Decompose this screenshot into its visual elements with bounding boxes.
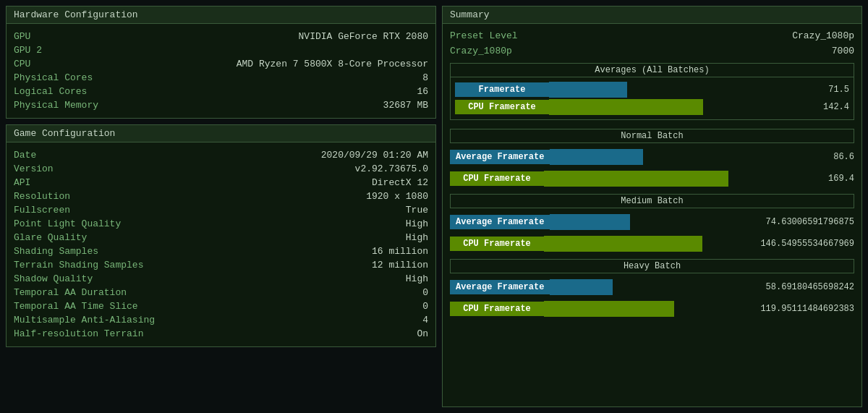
row-label: Physical Memory (14, 100, 98, 111)
row-value: NVIDIA GeForce RTX 2080 (299, 31, 428, 42)
normal-avg-bar-label: Average Framerate (450, 150, 550, 164)
framerate-bar-value: 71.5 (828, 85, 849, 95)
cpu-framerate-bar-label: CPU Framerate (455, 100, 549, 114)
medium-cpu-bar-value: 146.54955534667969 (760, 239, 854, 249)
crazy-value: 7000 (832, 46, 854, 56)
row-value: 16 (417, 86, 428, 97)
summary-section: Summary Preset Level Crazy_1080p Crazy_1… (442, 6, 862, 407)
hardware-row: GPU 2 (14, 43, 428, 57)
summary-content: Preset Level Crazy_1080p Crazy_1080p 700… (443, 24, 861, 324)
summary-title: Summary (450, 9, 490, 20)
crazy-row: Crazy_1080p 7000 (450, 45, 854, 57)
game-content: Date2020/09/29 01:20 AMVersionv2.92.7367… (7, 142, 435, 346)
game-row: Multisample Anti-Aliasing4 (14, 313, 428, 327)
normal-batch-title: Normal Batch (450, 129, 854, 143)
row-label: Shadow Quality (14, 273, 93, 284)
averages-title: Averages (All Batches) (451, 64, 854, 77)
game-row: Resolution1920 x 1080 (14, 190, 428, 203)
cpu-framerate-bar-container: CPU Framerate (455, 99, 819, 115)
row-label: Resolution (14, 191, 70, 202)
normal-cpu-bar-value: 169.4 (828, 174, 854, 184)
game-row: FullscreenTrue (14, 203, 428, 217)
normal-avg-bar-value: 86.6 (833, 152, 854, 162)
row-value: 16 million (372, 246, 428, 257)
cpu-framerate-bar-fill (549, 99, 703, 115)
row-value: High (406, 273, 428, 284)
medium-avg-bar-row: Average Framerate 74.63006591796875 (450, 214, 854, 230)
heavy-cpu-bar-container: CPU Framerate (450, 301, 756, 317)
medium-avg-bar-fill (550, 214, 630, 230)
row-label: Shading Samples (14, 246, 98, 257)
medium-avg-bar-container: Average Framerate (450, 214, 762, 230)
row-value: AMD Ryzen 7 5800X 8-Core Processor (237, 59, 428, 69)
medium-avg-bar-label: Average Framerate (450, 215, 550, 229)
crazy-label: Crazy_1080p (450, 46, 512, 56)
row-label: Terrain Shading Samples (14, 260, 143, 271)
heavy-cpu-bar-row: CPU Framerate 119.95111484692383 (450, 301, 854, 317)
game-row: Shading Samples16 million (14, 244, 428, 258)
row-label: Date (14, 150, 36, 161)
medium-cpu-bar-container: CPU Framerate (450, 236, 756, 252)
heavy-avg-bar-label: Average Framerate (450, 280, 550, 294)
medium-cpu-bar-fill (544, 236, 702, 252)
normal-cpu-bar-container: CPU Framerate (450, 171, 824, 187)
row-label: Temporal AA Duration (14, 287, 127, 298)
hardware-row: Logical Cores16 (14, 85, 428, 98)
row-label: Temporal AA Time Slice (14, 301, 138, 312)
heavy-cpu-bar-fill (544, 301, 674, 317)
normal-avg-bar-container: Average Framerate (450, 149, 829, 165)
row-value: v2.92.73675.0 (355, 163, 428, 174)
game-row: Temporal AA Time Slice0 (14, 299, 428, 313)
heavy-avg-bar-row: Average Framerate 58.69180465698242 (450, 279, 854, 295)
framerate-bar-container: Framerate (455, 82, 824, 98)
game-row: Half-resolution TerrainOn (14, 327, 428, 341)
normal-avg-bar-fill (550, 149, 643, 165)
row-label: GPU (14, 31, 30, 42)
row-value: 0 (422, 301, 428, 312)
row-value: High (406, 232, 428, 243)
row-value: High (406, 218, 428, 229)
game-row: APIDirectX 12 (14, 176, 428, 190)
preset-value: Crazy_1080p (792, 30, 854, 41)
game-row: Temporal AA Duration0 (14, 286, 428, 299)
row-value: True (406, 205, 428, 216)
hardware-row: Physical Memory32687 MB (14, 98, 428, 112)
hardware-section: Hardware Configuration GPUNVIDIA GeForce… (6, 6, 436, 119)
normal-cpu-bar-row: CPU Framerate 169.4 (450, 171, 854, 187)
row-value: DirectX 12 (372, 177, 428, 188)
hardware-row: CPUAMD Ryzen 7 5800X 8-Core Processor (14, 57, 428, 71)
heavy-avg-bar-fill (550, 279, 613, 295)
game-row: Glare QualityHigh (14, 231, 428, 244)
game-section: Game Configuration Date2020/09/29 01:20 … (6, 124, 436, 347)
row-value: 8 (422, 72, 428, 83)
row-label: Point Light Quality (14, 218, 121, 229)
row-value: 12 million (372, 260, 428, 271)
hardware-header: Hardware Configuration (7, 7, 435, 24)
game-row: Shadow QualityHigh (14, 272, 428, 286)
hardware-row: Physical Cores8 (14, 71, 428, 85)
row-value: 0 (422, 287, 428, 298)
framerate-bar-row: Framerate 71.5 (455, 82, 849, 98)
heavy-batch-title: Heavy Batch (450, 259, 854, 273)
row-label: Multisample Anti-Aliasing (14, 315, 155, 325)
row-label: CPU (14, 59, 30, 69)
hardware-title: Hardware Configuration (14, 9, 138, 20)
row-label: Version (14, 163, 54, 174)
framerate-bar-label: Framerate (455, 82, 549, 97)
game-row: Date2020/09/29 01:20 AM (14, 148, 428, 162)
averages-section: Averages (All Batches) Framerate 71.5 CP… (450, 63, 854, 120)
normal-avg-bar-row: Average Framerate 86.6 (450, 149, 854, 165)
medium-batch-title: Medium Batch (450, 194, 854, 208)
normal-cpu-bar-label: CPU Framerate (450, 171, 544, 186)
row-label: Fullscreen (14, 205, 70, 216)
row-value: On (417, 328, 428, 339)
medium-cpu-bar-label: CPU Framerate (450, 237, 544, 251)
framerate-bar-fill (549, 82, 627, 98)
medium-avg-bar-value: 74.63006591796875 (766, 217, 854, 227)
heavy-avg-bar-container: Average Framerate (450, 279, 762, 295)
game-row: Terrain Shading Samples12 million (14, 258, 428, 272)
medium-cpu-bar-row: CPU Framerate 146.54955534667969 (450, 236, 854, 252)
heavy-cpu-bar-value: 119.95111484692383 (760, 304, 854, 314)
averages-content: Framerate 71.5 CPU Framerate 142.4 (451, 77, 854, 119)
game-title: Game Configuration (14, 128, 115, 139)
